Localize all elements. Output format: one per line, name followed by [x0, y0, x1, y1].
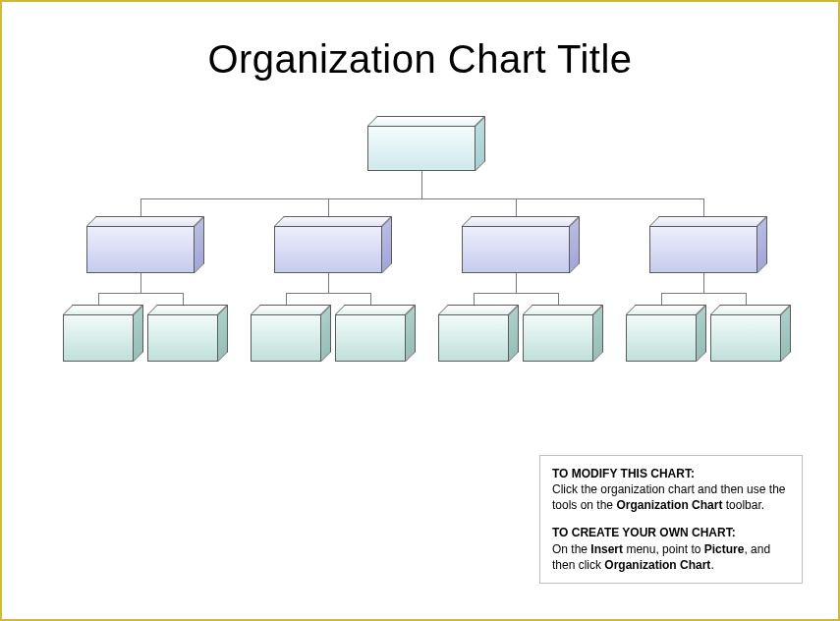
org-node-level3[interactable] — [251, 314, 321, 362]
org-node-level2[interactable] — [86, 226, 195, 273]
org-node-level3[interactable] — [523, 314, 593, 362]
org-node-level3[interactable] — [710, 314, 781, 362]
instructions-heading-modify: TO MODIFY THIS CHART: — [552, 466, 790, 481]
org-node-level3[interactable] — [147, 314, 218, 362]
connector — [703, 273, 704, 293]
instructions-body-modify: Click the organization chart and then us… — [552, 481, 790, 513]
connector — [474, 293, 558, 294]
org-node-level3[interactable] — [438, 314, 509, 362]
org-node-level2[interactable] — [649, 226, 757, 273]
instructions-body-create: On the Insert menu, point to Picture, an… — [552, 541, 790, 573]
org-node-level3[interactable] — [63, 314, 134, 362]
org-chart[interactable] — [2, 110, 840, 385]
org-node-level3[interactable] — [335, 314, 406, 362]
org-node-level3[interactable] — [626, 314, 697, 362]
org-node-level2[interactable] — [462, 226, 570, 273]
connector — [140, 198, 703, 199]
connector — [516, 273, 517, 293]
org-node-level2[interactable] — [274, 226, 382, 273]
connector — [140, 273, 141, 293]
chart-title: Organization Chart Title — [2, 37, 838, 82]
org-node-root[interactable] — [367, 126, 476, 171]
connector — [421, 171, 422, 198]
instructions-panel: TO MODIFY THIS CHART: Click the organiza… — [539, 455, 803, 584]
connector — [98, 293, 183, 294]
connector — [661, 293, 746, 294]
connector — [286, 293, 370, 294]
connector — [328, 273, 329, 293]
instructions-heading-create: TO CREATE YOUR OWN CHART: — [552, 525, 790, 540]
